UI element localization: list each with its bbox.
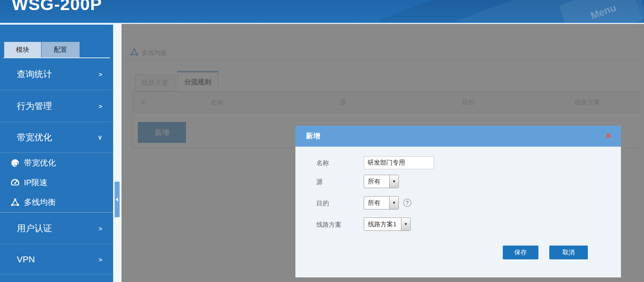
line-plan-select[interactable]: 线路方案1 ▼ — [364, 217, 411, 231]
name-field-label: 名称 — [316, 159, 329, 167]
product-logo: WSG-200P — [12, 0, 102, 14]
source-field-label: 源 — [316, 178, 323, 186]
sidebar-item-bandwidth-opt[interactable]: 带宽优化 ∨ — [0, 122, 113, 153]
chevron-right-icon: > — [98, 225, 102, 232]
add-rule-modal: 新增 ✖ 名称 源 所有 ▼ 目的 所有 ▼ ? 线路方案 线路方案1 ▼ 保存 — [295, 126, 621, 277]
chevron-down-icon: ∨ — [98, 134, 102, 141]
bandwidth-disc-icon — [10, 158, 20, 168]
keyboard-menu-key: Menu — [559, 0, 644, 23]
sidebar-subitem-label: 带宽优化 — [24, 158, 56, 168]
sidebar-item-query-stats[interactable]: 查询统计 > — [0, 59, 113, 90]
app-window: Menu WSG-200P 模块 配置 查询统计 > 行为管理 > 带宽优化 ∨ — [0, 0, 644, 282]
sidebar-item-user-auth[interactable]: 用户认证 > — [0, 212, 113, 244]
menu-key-watermark: Menu — [589, 2, 618, 22]
modal-body: 名称 源 所有 ▼ 目的 所有 ▼ ? 线路方案 线路方案1 ▼ 保存 取消 — [295, 147, 621, 277]
sidebar-tab-config[interactable]: 配置 — [41, 42, 80, 57]
sidebar-tab-modules[interactable]: 模块 — [4, 42, 41, 57]
sidebar-subitem-ip-limit[interactable]: IP限速 — [0, 173, 113, 192]
plan-field-label: 线路方案 — [316, 221, 341, 229]
line-plan-select-value: 线路方案1 — [364, 218, 401, 230]
chevron-right-icon: > — [98, 102, 102, 109]
sidebar-subitem-label: IP限速 — [24, 177, 47, 188]
close-icon[interactable]: ✖ — [606, 126, 612, 147]
sidebar-item-label: 行为管理 — [17, 100, 52, 112]
sidebar-item-label: 带宽优化 — [17, 132, 52, 143]
source-select[interactable]: 所有 ▼ — [364, 175, 399, 188]
sidebar-item-vpn[interactable]: VPN > — [0, 244, 113, 274]
help-icon[interactable]: ? — [403, 199, 411, 207]
sidebar-subitem-bandwidth-opt[interactable]: 带宽优化 — [0, 153, 113, 173]
multiline-network-icon — [10, 198, 20, 207]
dest-select[interactable]: 所有 ▼ — [364, 196, 399, 210]
cancel-button[interactable]: 取消 — [549, 246, 588, 259]
sidebar-item-label: VPN — [17, 254, 35, 264]
collapse-left-icon — [116, 197, 118, 202]
modal-title: 新增 — [306, 126, 320, 147]
sidebar-subitem-label: 多线均衡 — [24, 197, 56, 208]
chevron-right-icon: > — [98, 256, 102, 263]
sidebar: 模块 配置 查询统计 > 行为管理 > 带宽优化 ∨ — [0, 24, 113, 282]
save-button[interactable]: 保存 — [503, 246, 538, 259]
dropdown-arrow-icon[interactable]: ▼ — [389, 175, 398, 188]
app-header: Menu WSG-200P — [0, 0, 644, 23]
modal-header: 新增 ✖ — [295, 126, 621, 147]
sidebar-subitem-multiline-balance[interactable]: 多线均衡 — [0, 192, 113, 212]
dropdown-arrow-icon[interactable]: ▼ — [401, 218, 410, 230]
sidebar-item-behavior-mgmt[interactable]: 行为管理 > — [0, 90, 113, 122]
sidebar-submenu: 带宽优化 IP限速 — [0, 153, 113, 212]
name-input[interactable] — [364, 156, 434, 169]
dest-field-label: 目的 — [316, 199, 329, 207]
sidebar-collapse-handle[interactable] — [114, 181, 120, 217]
source-select-value: 所有 — [364, 175, 389, 188]
speed-gauge-icon — [10, 178, 20, 187]
dest-select-value: 所有 — [364, 197, 389, 209]
sidebar-item-partial[interactable] — [0, 274, 113, 282]
sidebar-gutter — [113, 24, 122, 282]
chevron-right-icon: > — [98, 71, 102, 78]
sidebar-item-label: 用户认证 — [17, 222, 52, 234]
sidebar-item-label: 查询统计 — [17, 68, 52, 80]
sidebar-tab-underline — [3, 57, 110, 58]
dropdown-arrow-icon[interactable]: ▼ — [389, 197, 398, 209]
